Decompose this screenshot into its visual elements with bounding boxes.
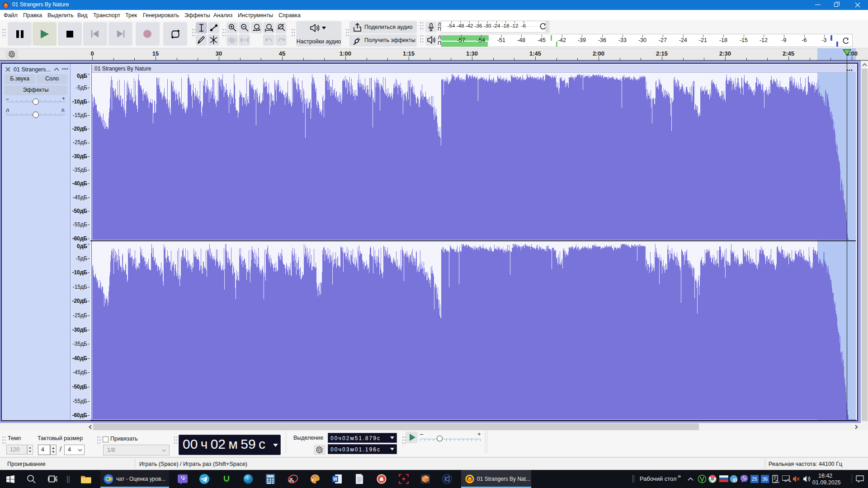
svg-text:2: 2	[734, 479, 736, 482]
